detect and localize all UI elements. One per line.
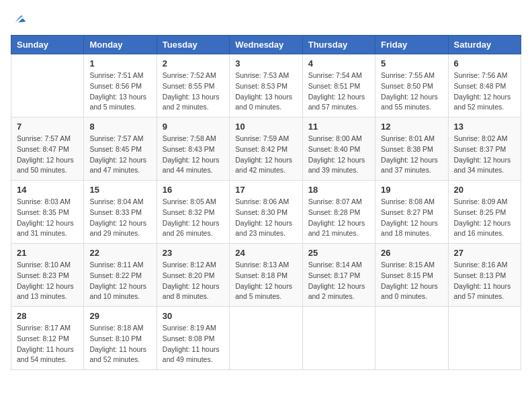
sunrise: Sunrise: 8:13 AM <box>235 261 289 269</box>
sunrise: Sunrise: 8:05 AM <box>163 197 216 205</box>
day-info: Sunrise: 7:58 AM Sunset: 8:43 PM Dayligh… <box>163 134 224 176</box>
weekday-header-thursday: Thursday <box>302 36 375 54</box>
calendar-cell: 23 Sunrise: 8:12 AM Sunset: 8:20 PM Dayl… <box>157 244 229 307</box>
weekday-header-row: SundayMondayTuesdayWednesdayThursdayFrid… <box>11 36 521 54</box>
sunset: Sunset: 8:43 PM <box>163 145 215 153</box>
daylight: Daylight: 13 hours and 5 minutes. <box>89 93 146 111</box>
day-number: 18 <box>308 185 369 195</box>
day-number: 9 <box>163 122 224 132</box>
daylight: Daylight: 11 hours and 54 minutes. <box>17 345 74 364</box>
day-info: Sunrise: 7:53 AM Sunset: 8:53 PM Dayligh… <box>235 71 296 113</box>
sunset: Sunset: 8:51 PM <box>308 82 361 90</box>
day-info: Sunrise: 8:08 AM Sunset: 8:27 PM Dayligh… <box>381 197 442 239</box>
daylight: Daylight: 13 hours and 0 minutes. <box>235 93 292 111</box>
day-number: 27 <box>454 248 515 258</box>
calendar-cell: 11 Sunrise: 8:00 AM Sunset: 8:40 PM Dayl… <box>302 118 375 181</box>
sunset: Sunset: 8:40 PM <box>308 145 361 153</box>
day-number: 16 <box>163 185 224 195</box>
day-info: Sunrise: 8:01 AM Sunset: 8:38 PM Dayligh… <box>381 134 442 176</box>
day-number: 26 <box>381 248 442 258</box>
calendar-cell: 1 Sunrise: 7:51 AM Sunset: 8:56 PM Dayli… <box>84 54 157 118</box>
sunset: Sunset: 8:35 PM <box>17 208 69 216</box>
sunset: Sunset: 8:42 PM <box>235 145 287 153</box>
logo <box>11 11 27 27</box>
calendar-cell: 3 Sunrise: 7:53 AM Sunset: 8:53 PM Dayli… <box>230 54 302 118</box>
sunrise: Sunrise: 7:54 AM <box>308 71 362 79</box>
day-number: 10 <box>235 122 296 132</box>
calendar-cell: 24 Sunrise: 8:13 AM Sunset: 8:18 PM Dayl… <box>230 244 302 307</box>
daylight: Daylight: 12 hours and 13 minutes. <box>17 282 74 301</box>
day-number: 2 <box>163 58 224 68</box>
calendar-cell: 20 Sunrise: 8:09 AM Sunset: 8:25 PM Dayl… <box>448 181 521 244</box>
svg-marker-1 <box>18 18 26 22</box>
sunrise: Sunrise: 7:56 AM <box>454 71 508 79</box>
sunrise: Sunrise: 8:17 AM <box>17 324 71 332</box>
calendar-cell: 4 Sunrise: 7:54 AM Sunset: 8:51 PM Dayli… <box>302 54 375 118</box>
sunrise: Sunrise: 8:18 AM <box>89 324 143 332</box>
sunrise: Sunrise: 7:52 AM <box>163 71 216 79</box>
sunrise: Sunrise: 7:51 AM <box>89 71 143 79</box>
sunset: Sunset: 8:12 PM <box>17 334 69 342</box>
daylight: Daylight: 12 hours and 5 minutes. <box>235 282 292 301</box>
calendar-week-2: 7 Sunrise: 7:57 AM Sunset: 8:47 PM Dayli… <box>11 118 521 181</box>
sunrise: Sunrise: 7:58 AM <box>163 134 216 142</box>
day-info: Sunrise: 8:18 AM Sunset: 8:10 PM Dayligh… <box>89 323 150 365</box>
calendar-cell: 28 Sunrise: 8:17 AM Sunset: 8:12 PM Dayl… <box>11 307 84 370</box>
sunrise: Sunrise: 7:57 AM <box>89 134 143 142</box>
day-info: Sunrise: 8:13 AM Sunset: 8:18 PM Dayligh… <box>235 260 296 302</box>
weekday-header-tuesday: Tuesday <box>157 36 229 54</box>
day-number: 13 <box>454 122 515 132</box>
daylight: Daylight: 11 hours and 52 minutes. <box>89 345 146 364</box>
calendar-cell: 13 Sunrise: 8:02 AM Sunset: 8:37 PM Dayl… <box>448 118 521 181</box>
calendar-cell <box>448 307 521 370</box>
daylight: Daylight: 12 hours and 52 minutes. <box>454 93 511 111</box>
daylight: Daylight: 12 hours and 44 minutes. <box>163 156 220 175</box>
day-info: Sunrise: 8:02 AM Sunset: 8:37 PM Dayligh… <box>454 134 515 176</box>
day-number: 29 <box>89 311 150 321</box>
day-info: Sunrise: 8:03 AM Sunset: 8:35 PM Dayligh… <box>17 197 78 239</box>
calendar-cell: 30 Sunrise: 8:19 AM Sunset: 8:08 PM Dayl… <box>157 307 229 370</box>
day-info: Sunrise: 7:57 AM Sunset: 8:45 PM Dayligh… <box>89 134 150 176</box>
calendar-cell: 12 Sunrise: 8:01 AM Sunset: 8:38 PM Dayl… <box>375 118 448 181</box>
day-number: 25 <box>308 248 369 258</box>
day-number: 30 <box>163 311 224 321</box>
sunset: Sunset: 8:30 PM <box>235 208 287 216</box>
sunset: Sunset: 8:15 PM <box>381 271 433 279</box>
calendar-cell: 5 Sunrise: 7:55 AM Sunset: 8:50 PM Dayli… <box>375 54 448 118</box>
sunrise: Sunrise: 8:10 AM <box>17 261 71 269</box>
day-number: 1 <box>89 58 150 68</box>
calendar-cell: 9 Sunrise: 7:58 AM Sunset: 8:43 PM Dayli… <box>157 118 229 181</box>
calendar-body: 1 Sunrise: 7:51 AM Sunset: 8:56 PM Dayli… <box>11 54 521 370</box>
sunrise: Sunrise: 8:07 AM <box>308 197 362 205</box>
sunrise: Sunrise: 8:15 AM <box>381 261 435 269</box>
sunrise: Sunrise: 8:06 AM <box>235 197 289 205</box>
day-number: 19 <box>381 185 442 195</box>
sunrise: Sunrise: 7:55 AM <box>381 71 435 79</box>
daylight: Daylight: 12 hours and 23 minutes. <box>235 219 292 238</box>
calendar-cell: 19 Sunrise: 8:08 AM Sunset: 8:27 PM Dayl… <box>375 181 448 244</box>
day-number: 24 <box>235 248 296 258</box>
calendar-week-5: 28 Sunrise: 8:17 AM Sunset: 8:12 PM Dayl… <box>11 307 521 370</box>
calendar-cell: 6 Sunrise: 7:56 AM Sunset: 8:48 PM Dayli… <box>448 54 521 118</box>
calendar-week-3: 14 Sunrise: 8:03 AM Sunset: 8:35 PM Dayl… <box>11 181 521 244</box>
daylight: Daylight: 11 hours and 57 minutes. <box>454 282 511 301</box>
calendar-cell: 10 Sunrise: 7:59 AM Sunset: 8:42 PM Dayl… <box>230 118 302 181</box>
day-info: Sunrise: 7:57 AM Sunset: 8:47 PM Dayligh… <box>17 134 78 176</box>
sunset: Sunset: 8:27 PM <box>381 208 433 216</box>
daylight: Daylight: 12 hours and 47 minutes. <box>89 156 146 175</box>
page-header <box>11 11 521 27</box>
calendar-cell: 18 Sunrise: 8:07 AM Sunset: 8:28 PM Dayl… <box>302 181 375 244</box>
daylight: Daylight: 12 hours and 34 minutes. <box>454 156 511 175</box>
sunset: Sunset: 8:45 PM <box>89 145 142 153</box>
calendar-cell: 17 Sunrise: 8:06 AM Sunset: 8:30 PM Dayl… <box>230 181 302 244</box>
day-number: 23 <box>163 248 224 258</box>
day-info: Sunrise: 8:11 AM Sunset: 8:22 PM Dayligh… <box>89 260 150 302</box>
day-info: Sunrise: 7:52 AM Sunset: 8:55 PM Dayligh… <box>163 71 224 113</box>
calendar-cell: 22 Sunrise: 8:11 AM Sunset: 8:22 PM Dayl… <box>84 244 157 307</box>
calendar-cell: 14 Sunrise: 8:03 AM Sunset: 8:35 PM Dayl… <box>11 181 84 244</box>
day-info: Sunrise: 7:54 AM Sunset: 8:51 PM Dayligh… <box>308 71 369 113</box>
day-info: Sunrise: 8:17 AM Sunset: 8:12 PM Dayligh… <box>17 323 78 365</box>
sunrise: Sunrise: 7:53 AM <box>235 71 289 79</box>
sunset: Sunset: 8:17 PM <box>308 271 361 279</box>
calendar-cell: 27 Sunrise: 8:16 AM Sunset: 8:13 PM Dayl… <box>448 244 521 307</box>
